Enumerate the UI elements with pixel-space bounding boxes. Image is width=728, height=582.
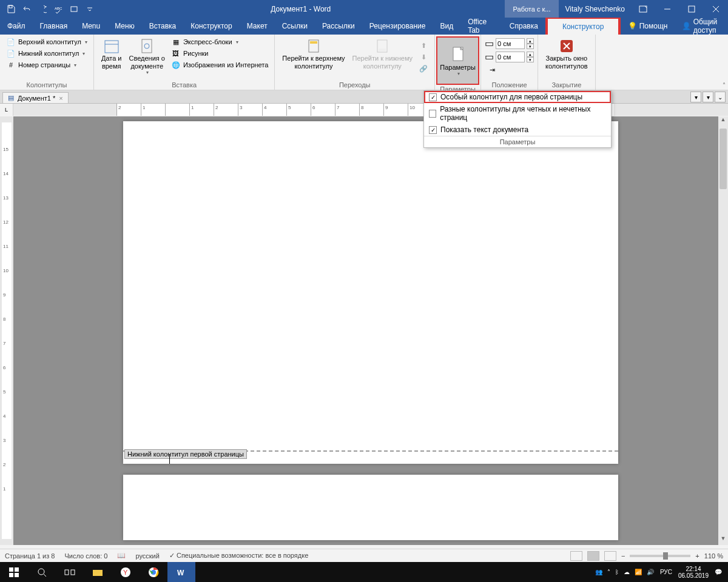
spin-up[interactable]: ▴ [527, 38, 534, 44]
people-icon[interactable]: 👥 [595, 569, 602, 575]
link-previous-button: 🔗 [416, 63, 431, 74]
share-label: Общий доступ [693, 18, 721, 35]
page-scroll-area[interactable]: Нижний колонтитул первой страницы [13, 116, 728, 545]
qat-item-button[interactable] [67, 2, 81, 16]
tab-help[interactable]: Справка [502, 18, 545, 35]
undo-button[interactable] [19, 2, 34, 16]
search-button[interactable] [28, 562, 56, 582]
tray-up-icon[interactable]: ˄ [607, 569, 610, 575]
share-button[interactable]: 👤 Общий доступ [675, 18, 728, 35]
spellcheck-button[interactable]: ABC [51, 2, 66, 16]
collapse-ribbon-button[interactable]: ˄ [723, 82, 726, 89]
start-button[interactable] [0, 562, 28, 582]
align-tab-button[interactable]: ⇥ [485, 64, 534, 75]
onedrive-icon[interactable]: ☁ [624, 569, 630, 575]
bluetooth-icon[interactable]: ᛒ [615, 569, 619, 575]
zoom-level[interactable]: 110 % [704, 552, 723, 560]
chrome-button[interactable] [140, 562, 167, 582]
page-1[interactable]: Нижний колонтитул первой страницы [123, 121, 618, 464]
file-explorer-button[interactable] [84, 562, 112, 582]
page-number-dropdown[interactable]: #Номер страницы▾ [4, 59, 90, 70]
doc-info-button[interactable]: Сведения о документе▾ [126, 36, 169, 76]
tab-mailings[interactable]: Рассылки [315, 18, 362, 35]
network-icon[interactable]: 📶 [635, 569, 642, 575]
proofing-indicator[interactable]: 📖 [117, 552, 126, 560]
spin-up[interactable]: ▴ [527, 52, 534, 57]
header-from-top-input[interactable] [496, 38, 525, 49]
tab-insert[interactable]: Вставка [142, 18, 184, 35]
user-name[interactable]: Vitaly Shevchenko [559, 5, 631, 13]
page-indicator[interactable]: Страница 1 из 8 [5, 552, 55, 560]
svg-rect-11 [310, 41, 317, 44]
tab-menu-button[interactable]: ▾ [703, 92, 713, 102]
online-pictures-button[interactable]: 🌐Изображения из Интернета [169, 59, 271, 70]
tab-file[interactable]: Файл [0, 18, 33, 35]
tab-menu-ru[interactable]: Меню [107, 18, 141, 35]
parameters-button[interactable]: Параметры ▾ [436, 36, 479, 85]
date-time-button[interactable]: Дата и время [98, 36, 126, 71]
read-mode-button[interactable] [570, 551, 582, 561]
horizontal-ruler[interactable]: 2112345678910111213141516 [13, 104, 728, 116]
zoom-out-button[interactable]: − [621, 552, 625, 560]
close-tab-button[interactable]: × [59, 95, 62, 102]
scroll-down-button[interactable]: ▼ [718, 535, 728, 545]
tab-references[interactable]: Ссылки [275, 18, 315, 35]
goto-header-button[interactable]: Перейти к верхнему колонтитулу [278, 36, 348, 71]
action-center-icon[interactable]: 💬 [715, 569, 722, 575]
quick-parts-button[interactable]: ▦Экспресс-блоки▾ [169, 36, 271, 47]
header-dropdown[interactable]: 📄Верхний колонтитул▾ [4, 36, 90, 47]
tab-home[interactable]: Главная [33, 18, 75, 35]
print-layout-button[interactable] [587, 551, 599, 561]
svg-rect-24 [93, 570, 103, 576]
tab-selector[interactable]: L [0, 104, 13, 116]
tab-review[interactable]: Рецензирование [362, 18, 433, 35]
vertical-ruler[interactable]: 151413121110987654321 [0, 116, 13, 545]
zoom-in-button[interactable]: + [695, 552, 699, 560]
volume-icon[interactable]: 🔊 [647, 569, 654, 575]
tab-office-tab[interactable]: Office Tab [460, 18, 502, 35]
save-button[interactable] [4, 2, 18, 16]
spin-down[interactable]: ▾ [527, 44, 534, 49]
scroll-up-button[interactable]: ▲ [718, 116, 728, 126]
task-view-button[interactable] [56, 562, 84, 582]
scroll-thumb[interactable] [720, 129, 727, 189]
option-different-odd-even[interactable]: Разные колонтитулы для четных и нечетных… [424, 103, 611, 124]
input-language[interactable]: РУС [660, 569, 672, 575]
group-insert: Дата и время Сведения о документе▾ ▦Эксп… [94, 35, 275, 90]
yandex-browser-button[interactable]: Y [112, 562, 140, 582]
tab-view[interactable]: Вид [433, 18, 460, 35]
pictures-button[interactable]: 🖼Рисунки [169, 48, 271, 59]
web-layout-button[interactable] [604, 551, 616, 561]
tab-select-button[interactable]: ⌄ [715, 92, 726, 102]
svg-rect-17 [15, 567, 19, 572]
maximize-button[interactable] [679, 0, 704, 18]
svg-rect-8 [142, 39, 152, 53]
footer-from-bottom-input[interactable] [496, 52, 525, 62]
option-show-document-text[interactable]: ✓ Показать текст документа [424, 124, 611, 136]
option-different-first-page[interactable]: ✓ Особый колонтитул для первой страницы [424, 91, 611, 103]
accessibility-indicator[interactable]: ✓ Специальные возможности: все в порядке [169, 552, 308, 560]
ribbon-display-button[interactable] [631, 0, 655, 18]
close-window-button[interactable] [704, 0, 728, 18]
tab-design[interactable]: Конструктор [183, 18, 239, 35]
minimize-button[interactable] [655, 0, 679, 18]
language-indicator[interactable]: русский [135, 552, 159, 560]
close-header-footer-button[interactable]: Закрыть окно колонтитулов [542, 36, 592, 71]
vertical-scrollbar[interactable]: ▲ ▼ [718, 116, 728, 545]
tab-layout[interactable]: Макет [240, 18, 275, 35]
qat-more-button[interactable] [83, 2, 97, 16]
clock[interactable]: 22:14 06.05.2019 [678, 566, 709, 579]
footer-dropdown[interactable]: 📄Нижний колонтитул▾ [4, 48, 90, 59]
spin-down[interactable]: ▾ [527, 57, 534, 62]
tab-menu-en[interactable]: Menu [75, 18, 107, 35]
page-2[interactable] [123, 475, 618, 540]
zoom-slider[interactable] [630, 555, 690, 557]
redo-button[interactable] [35, 2, 50, 16]
tell-me-button[interactable]: 💡 Помощн [621, 18, 675, 35]
tab-new-button[interactable]: ▾ [690, 92, 701, 102]
word-count[interactable]: Число слов: 0 [64, 552, 107, 560]
word-taskbar-button[interactable]: W [167, 562, 195, 582]
tab-header-footer-design[interactable]: Конструктор [547, 18, 619, 35]
document-tab[interactable]: ▤ Документ1 * × [2, 92, 69, 103]
zoom-thumb[interactable] [663, 552, 668, 560]
